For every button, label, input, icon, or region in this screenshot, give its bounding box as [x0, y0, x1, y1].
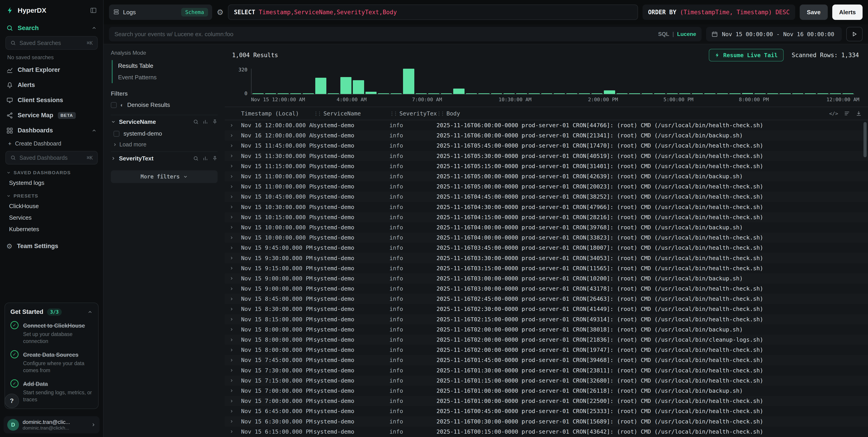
histogram-bar[interactable] [290, 93, 302, 94]
histogram-bar[interactable] [278, 93, 289, 94]
table-row[interactable]: Nov 15 10:30:00.000 PM systemd-demo info… [225, 202, 868, 212]
histogram-bar[interactable] [541, 93, 553, 94]
histogram-bar[interactable] [767, 93, 778, 94]
row-expand-chevron[interactable] [229, 225, 237, 230]
histogram-bar[interactable] [491, 93, 502, 94]
user-menu[interactable]: D dominic.tran@clic... dominic.tran@clic… [4, 416, 99, 433]
table-row[interactable]: Nov 15 11:15:00.000 PM systemd-demo info… [225, 161, 868, 171]
histogram-bar[interactable] [805, 93, 816, 94]
mode-lucene[interactable]: Lucene [677, 31, 696, 37]
row-expand-chevron[interactable] [229, 154, 237, 158]
drag-handle-icon[interactable]: ⋮⋮ [436, 111, 444, 116]
sidebar-collapse-icon[interactable] [90, 7, 97, 14]
sidebar-item-client-sessions[interactable]: Client Sessions [0, 93, 103, 108]
table-row[interactable]: Nov 15 6:30:00.000 PM systemd-demo info … [225, 416, 868, 426]
row-expand-chevron[interactable] [229, 174, 237, 179]
table-row[interactable]: Nov 15 8:00:00.000 PM systemd-demo info … [225, 335, 868, 345]
facet-search-icon[interactable] [193, 156, 198, 161]
source-select[interactable]: Logs Schema [109, 4, 212, 20]
histogram-bar[interactable] [717, 93, 728, 94]
row-expand-chevron[interactable] [229, 348, 237, 352]
histogram-bar[interactable] [265, 93, 276, 94]
row-expand-chevron[interactable] [229, 287, 237, 291]
row-expand-chevron[interactable] [229, 399, 237, 403]
saved-dashboards-input[interactable]: Saved Dashboards ⌘K [5, 151, 98, 165]
facet-servicename-header[interactable]: ServiceName [111, 115, 218, 128]
table-row[interactable]: Nov 15 7:00:00.000 PM systemd-demo info … [225, 396, 868, 406]
preset-item[interactable]: Services [0, 212, 103, 224]
row-expand-chevron[interactable] [229, 195, 237, 199]
histogram-bar[interactable] [566, 93, 578, 94]
table-row[interactable]: Nov 15 6:15:00.000 PM systemd-demo info … [225, 427, 868, 437]
histogram-bar[interactable] [416, 93, 427, 94]
row-expand-chevron[interactable] [229, 133, 237, 138]
row-expand-chevron[interactable] [229, 256, 237, 260]
table-row[interactable]: Nov 15 11:00:00.000 PM systemd-demo info… [225, 171, 868, 181]
preset-item[interactable]: Kubernetes [0, 224, 103, 235]
run-query-button[interactable] [846, 27, 863, 41]
histogram-bar[interactable] [441, 93, 452, 94]
histogram-bar[interactable] [642, 93, 653, 94]
table-row[interactable]: Nov 15 7:30:00.000 PM systemd-demo info … [225, 365, 868, 375]
table-row[interactable]: Nov 15 6:45:00.000 PM systemd-demo info … [225, 406, 868, 416]
row-expand-chevron[interactable] [229, 246, 237, 250]
facet-pin-icon[interactable] [212, 119, 218, 125]
row-expand-chevron[interactable] [229, 368, 237, 373]
histogram-bar[interactable] [529, 93, 540, 94]
histogram-bar[interactable] [315, 78, 327, 94]
histogram-bar[interactable] [667, 93, 678, 94]
event-search-field[interactable]: SQL | Lucene [109, 27, 702, 41]
table-row[interactable]: Nov 15 8:30:00.000 PM systemd-demo info … [225, 304, 868, 314]
row-expand-chevron[interactable] [229, 297, 237, 301]
histogram-bar[interactable] [378, 93, 389, 94]
table-row[interactable]: Nov 16 12:00:00.000 AM systemd-demo info… [225, 120, 868, 130]
column-header-timestamp[interactable]: Timestamp (Local) [241, 110, 313, 117]
histogram-bar[interactable] [554, 93, 565, 94]
row-expand-chevron[interactable] [229, 378, 237, 383]
help-button[interactable]: ? [4, 394, 19, 408]
row-expand-chevron[interactable] [229, 429, 237, 434]
order-by-control[interactable]: ORDER BY (TimestampTime, Timestamp) DESC [643, 4, 795, 20]
table-row[interactable]: Nov 15 9:15:00.000 PM systemd-demo info … [225, 263, 868, 273]
histogram-bar[interactable] [503, 93, 515, 94]
histogram-bar[interactable] [453, 89, 465, 94]
get-started-step[interactable]: ✓ Connect to ClickHouseSet up your datab… [10, 321, 93, 345]
histogram-bar[interactable] [466, 93, 477, 94]
row-expand-chevron[interactable] [229, 389, 237, 393]
table-row[interactable]: Nov 16 12:00:00.000 AM systemd-demo info… [225, 130, 868, 140]
sidebar-item-chart-explorer[interactable]: Chart Explorer [0, 62, 103, 77]
column-header-body[interactable]: ⋮⋮Body [436, 110, 824, 117]
sidebar-item-team-settings[interactable]: ⚙ Team Settings [0, 239, 103, 254]
facet-option-checkbox[interactable] [114, 131, 119, 137]
row-expand-chevron[interactable] [229, 327, 237, 332]
chevron-up-icon[interactable] [91, 25, 97, 31]
download-icon[interactable] [856, 110, 862, 116]
row-expand-chevron[interactable] [229, 215, 237, 220]
saved-dashboards-section-toggle[interactable]: SAVED DASHBOARDS [0, 165, 103, 177]
denoise-checkbox[interactable] [111, 102, 117, 108]
table-row[interactable]: Nov 15 9:45:00.000 PM systemd-demo info … [225, 243, 868, 253]
drag-handle-icon[interactable]: ⋮⋮ [390, 111, 397, 116]
histogram-bar[interactable] [516, 93, 527, 94]
preset-item[interactable]: ClickHouse [0, 200, 103, 212]
chevron-up-icon[interactable] [87, 309, 93, 315]
sidebar-item-dashboards[interactable]: Dashboards [0, 123, 103, 138]
histogram-bar[interactable] [353, 80, 364, 94]
load-more-button[interactable]: Load more [111, 139, 218, 152]
chevron-up-icon[interactable] [91, 128, 97, 133]
histogram-bar[interactable] [617, 93, 628, 94]
code-view-icon[interactable]: </> [829, 111, 838, 116]
row-expand-chevron[interactable] [229, 307, 237, 311]
row-expand-chevron[interactable] [229, 419, 237, 424]
sql-select-input[interactable]: SELECT Timestamp,ServiceName,SeverityTex… [228, 4, 638, 20]
sidebar-item-service-map[interactable]: Service Map BETA [0, 108, 103, 123]
table-row[interactable]: Nov 15 10:00:00.000 PM systemd-demo info… [225, 222, 868, 233]
histogram-bar[interactable] [366, 92, 377, 94]
table-settings-icon[interactable] [844, 110, 850, 116]
drag-handle-icon[interactable]: ⋮⋮ [313, 111, 321, 116]
histogram-bar[interactable] [692, 93, 703, 94]
histogram-bar[interactable] [252, 93, 264, 94]
sidebar-item-alerts[interactable]: Alerts [0, 77, 103, 93]
row-expand-chevron[interactable] [229, 276, 237, 281]
histogram-bar[interactable] [428, 93, 439, 94]
